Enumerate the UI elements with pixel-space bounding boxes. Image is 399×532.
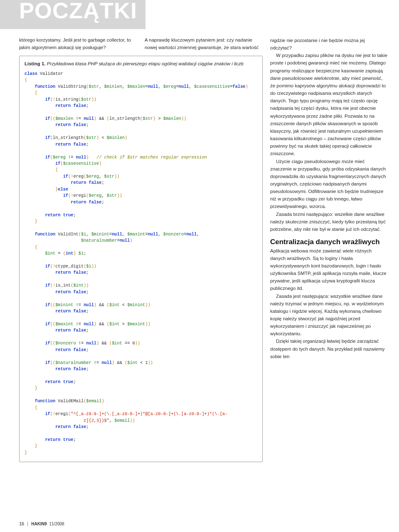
paragraph: Zasada jest następująca: wszystkie wrażl… <box>270 292 387 338</box>
left-column: którego korzystamy. Jeśli jest to garbag… <box>19 37 263 462</box>
section-title: POCZĄTKI <box>19 0 137 23</box>
paragraph: Zasada brzmi następująco: wszelkie dane … <box>270 210 387 233</box>
listing-box: Listing 1. Przykładowa klasa PHP służąca… <box>19 56 263 463</box>
intro-text-left: którego korzystamy. Jeśli jest to garbag… <box>19 37 137 52</box>
listing-caption: Listing 1. Przykładowa klasa PHP służąca… <box>25 60 257 67</box>
paragraph: nigdzie nie pozostanie i nie będzie możn… <box>270 37 387 52</box>
paragraph: Aplikacja webowa może zawierać wiele róż… <box>270 247 387 292</box>
listing-label: Listing 1. <box>25 61 45 66</box>
paragraph: Dzięki takiej organizacji łatwiej będzie… <box>270 337 387 360</box>
listing-caption-text: Przykładowa klasa PHP służąca do pierwsz… <box>47 61 244 66</box>
section-heading: Centralizacja danych wrażliwych <box>270 238 387 246</box>
magazine-name: HAKIN9 <box>31 522 47 526</box>
issue-number: 11/2008 <box>49 522 64 526</box>
page-footer: 16 HAKIN9 11/2008 <box>19 521 64 526</box>
footer-divider <box>27 522 28 526</box>
intro-text-right: A naprawdę kluczowym pytaniem jest: czy … <box>145 37 262 52</box>
section-banner: POCZĄTKI <box>0 0 145 29</box>
page-content: którego korzystamy. Jeśli jest to garbag… <box>0 0 399 475</box>
paragraph: W przypadku zapisu plików na dysku nie j… <box>270 52 387 157</box>
page-number: 16 <box>19 521 24 526</box>
paragraph: Użycie ciągu pseudolosowego może mieć zn… <box>270 158 387 210</box>
code-block: class Validator { function ValidString($… <box>25 71 257 456</box>
intro-row: którego korzystamy. Jeśli jest to garbag… <box>19 37 263 52</box>
right-column: nigdzie nie pozostanie i nie będzie możn… <box>270 37 387 462</box>
